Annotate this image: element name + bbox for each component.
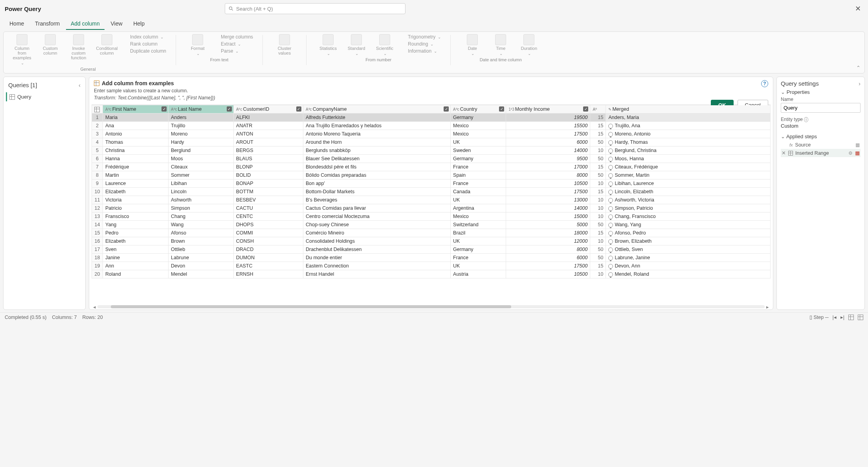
row-number[interactable]: 3 <box>92 130 103 138</box>
cell-customer-id[interactable]: BERGS <box>233 147 303 155</box>
cell-merged[interactable]: Hardy, Thomas <box>606 138 771 147</box>
cell-last-name[interactable]: Mendel <box>169 270 234 278</box>
cell-merged[interactable]: Ottlieb, Sven <box>606 245 771 254</box>
cell-merged[interactable]: Ashworth, Victoria <box>606 196 771 204</box>
cell-partial[interactable]: 15 <box>590 163 606 171</box>
cell-company-name[interactable]: Ana Trujillo Emaredados y helados <box>303 122 450 130</box>
statistics-button[interactable]: Statistics⌄ <box>316 34 340 56</box>
cell-customer-id[interactable]: DHOPS <box>233 221 303 229</box>
cell-last-name[interactable]: Ashworth <box>169 196 234 204</box>
cell-partial[interactable]: 50 <box>590 254 606 262</box>
cell-merged[interactable]: Sommer, Martin <box>606 171 771 179</box>
cell-monthly-income[interactable]: 14000 <box>506 147 590 155</box>
table-row[interactable]: 3AntonioMorenoANTONAntonio Moreno Taquer… <box>92 130 771 138</box>
row-number[interactable]: 7 <box>92 163 103 171</box>
cell-monthly-income[interactable]: 17500 <box>506 130 590 138</box>
cell-company-name[interactable]: Comércio Mineiro <box>303 229 450 237</box>
row-number[interactable]: 1 <box>92 114 103 122</box>
cell-company-name[interactable]: Eastern Connection <box>303 262 450 270</box>
tab-view[interactable]: View <box>106 17 127 29</box>
cell-country[interactable]: Mexico <box>451 130 506 138</box>
rounding-button[interactable]: Rounding⌄ <box>401 41 441 47</box>
cell-partial[interactable]: 50 <box>590 245 606 254</box>
table-row[interactable]: 2AnaTrujilloANATRAna Trujillo Emaredados… <box>92 122 771 130</box>
cell-first-name[interactable]: Victoria <box>103 196 169 204</box>
cell-company-name[interactable]: Berglunds snabbköp <box>303 147 450 155</box>
cell-monthly-income[interactable]: 6000 <box>506 138 590 147</box>
cell-last-name[interactable]: Libihan <box>169 179 234 188</box>
cell-partial[interactable]: 15 <box>590 188 606 196</box>
cell-monthly-income[interactable]: 14000 <box>506 204 590 212</box>
cell-merged[interactable]: Moos, Hanna <box>606 155 771 163</box>
cell-first-name[interactable]: Elizabeth <box>103 188 169 196</box>
table-row[interactable]: 18JanineLabruneDUMONDu monde entierFranc… <box>92 254 771 262</box>
merge-columns-button[interactable]: Merge columns <box>214 34 253 40</box>
cell-partial[interactable]: 15 <box>590 130 606 138</box>
scientific-button[interactable]: Scientific⌄ <box>373 34 397 56</box>
table-row[interactable]: 8MartinSommerBOLIDBólido Comidas prepara… <box>92 171 771 179</box>
cell-first-name[interactable]: Janine <box>103 254 169 262</box>
table-row[interactable]: 13FransciscoChangCENTCCentro comercial M… <box>92 212 771 221</box>
cell-monthly-income[interactable]: 19500 <box>506 114 590 122</box>
cell-monthly-income[interactable]: 15000 <box>506 212 590 221</box>
standard-button[interactable]: Standard⌄ <box>344 34 369 56</box>
cell-company-name[interactable]: Bottom-Dollar Markets <box>303 188 450 196</box>
table-row[interactable]: 7FrédériqueCiteauxBLONPBlondesddsl pére … <box>92 163 771 171</box>
cell-company-name[interactable]: Antonio Moreno Taqueria <box>303 130 450 138</box>
cell-first-name[interactable]: Ana <box>103 122 169 130</box>
cell-first-name[interactable]: Franscisco <box>103 212 169 221</box>
cell-merged[interactable]: Mendel, Roland <box>606 270 771 278</box>
table-row[interactable]: 12PatricioSimpsonCACTUCactus Comidas par… <box>92 204 771 212</box>
col-country[interactable]: AᴮcCountry✓ <box>451 105 506 114</box>
cell-company-name[interactable]: Consolidated Holdings <box>303 237 450 245</box>
cell-monthly-income[interactable]: 18000 <box>506 229 590 237</box>
row-number[interactable]: 16 <box>92 237 103 245</box>
rank-column-button[interactable]: Rank column <box>123 41 166 47</box>
section-applied-steps[interactable]: Applied steps <box>781 134 861 139</box>
cell-monthly-income[interactable]: 13000 <box>506 196 590 204</box>
table-row[interactable]: 9LaurenceLibihanBONAPBon app'France10500… <box>92 179 771 188</box>
cell-merged[interactable]: Berglund, Christina <box>606 147 771 155</box>
cell-customer-id[interactable]: EASTC <box>233 262 303 270</box>
table-row[interactable]: 11VictoriaAshworthBESBEVB's BeveragesUK1… <box>92 196 771 204</box>
horizontal-scrollbar[interactable]: ◂▸ <box>89 304 773 310</box>
row-number[interactable]: 10 <box>92 188 103 196</box>
queries-collapse-button[interactable]: ‹ <box>79 82 81 88</box>
row-number[interactable]: 9 <box>92 179 103 188</box>
cell-partial[interactable]: 15 <box>590 229 606 237</box>
cell-customer-id[interactable]: ANATR <box>233 122 303 130</box>
row-number[interactable]: 15 <box>92 229 103 237</box>
cell-country[interactable]: Mexico <box>451 212 506 221</box>
cell-country[interactable]: Germany <box>451 155 506 163</box>
cell-country[interactable]: France <box>451 254 506 262</box>
section-properties[interactable]: Properties <box>781 89 861 95</box>
step-settings-icon[interactable]: ▦ <box>855 142 860 148</box>
row-number[interactable]: 12 <box>92 204 103 212</box>
cell-country[interactable]: UK <box>451 138 506 147</box>
time-button[interactable]: Time⌄ <box>488 34 513 56</box>
trigonometry-button[interactable]: Trigonometry⌄ <box>401 34 441 40</box>
col-customer-id[interactable]: AᴮcCustomerID✓ <box>233 105 303 114</box>
cell-country[interactable]: Brazil <box>451 229 506 237</box>
table-row[interactable]: 10ElizabethLincolnBOTTMBottom-Dollar Mar… <box>92 188 771 196</box>
cell-last-name[interactable]: Chang <box>169 212 234 221</box>
cell-partial[interactable]: 10 <box>590 212 606 221</box>
cell-partial[interactable]: 15 <box>590 122 606 130</box>
cell-last-name[interactable]: Simpson <box>169 204 234 212</box>
gear-icon[interactable]: ⚙ <box>848 150 853 156</box>
cell-country[interactable]: France <box>451 179 506 188</box>
date-button[interactable]: Date⌄ <box>460 34 484 56</box>
cell-first-name[interactable]: Roland <box>103 270 169 278</box>
cell-last-name[interactable]: Anders <box>169 114 234 122</box>
information-button[interactable]: Information⌄ <box>401 48 441 54</box>
cell-merged[interactable]: Afonso, Pedro <box>606 229 771 237</box>
cell-partial[interactable]: 50 <box>590 171 606 179</box>
cell-monthly-income[interactable]: 8000 <box>506 245 590 254</box>
table-row[interactable]: 14YangWangDHOPSChop-suey ChineseSwitzerl… <box>92 221 771 229</box>
col-merged[interactable]: ✎Merged <box>606 105 771 114</box>
cell-company-name[interactable]: Du monde entier <box>303 254 450 262</box>
cell-first-name[interactable]: Laurence <box>103 179 169 188</box>
cell-company-name[interactable]: Around the Horn <box>303 138 450 147</box>
cell-partial[interactable]: 50 <box>590 138 606 147</box>
table-row[interactable]: 19AnnDevonEASTCEastern ConnectionUK17500… <box>92 262 771 270</box>
